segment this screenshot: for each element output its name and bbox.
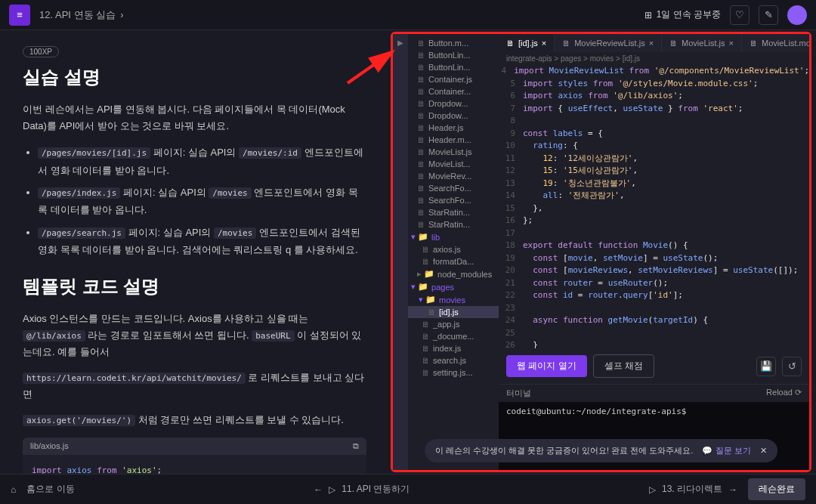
lesson-heading: 실습 설명 [23, 65, 366, 89]
close-icon[interactable]: × [729, 39, 734, 48]
prev-arrow-icon[interactable]: ← [314, 484, 323, 495]
grid-icon: ⊞ [644, 10, 652, 20]
play-icon: ▷ [329, 484, 335, 495]
file-item[interactable]: 🗎 StarRatin... [408, 218, 499, 230]
self-grade-button[interactable]: 셀프 채점 [593, 354, 654, 378]
logo[interactable]: ≡ [9, 5, 30, 26]
file-item[interactable]: 🗎 formatDa... [408, 255, 499, 267]
home-icon[interactable]: ⌂ [11, 484, 16, 495]
terminal-label: 터미널 [506, 388, 531, 399]
lesson-title: 12. API 연동 실습 [39, 8, 116, 22]
file-item[interactable]: 🗎 MovieList... [408, 158, 499, 170]
help-toast: 이 레슨의 수강생이 해결 못한 궁금증이 있어요! 완료 전에 도와주세요. … [425, 439, 778, 462]
prev-lesson[interactable]: 11. API 연동하기 [342, 483, 410, 496]
save-icon[interactable]: 💾 [756, 357, 776, 376]
file-item[interactable]: 🗎 Dropdow... [408, 110, 499, 122]
intro-paragraph: 이번 레슨에서는 API를 연동해 봅시다. 다음 페이지들에서 목 데이터(M… [23, 101, 366, 135]
file-item[interactable]: 🗎 [id].js [408, 306, 499, 318]
editor-breadcrumb: integrate-apis > pages > movies > [id].j… [499, 52, 809, 65]
folder-node-modules[interactable]: ▸ 📁 node_modules [408, 267, 499, 280]
bullet-item: /pages/movies/[id].js 페이지: 실습 API의 /movi… [38, 144, 366, 179]
editor-tab[interactable]: 🗎MovieReviewList.js× [555, 34, 662, 52]
file-item[interactable]: 🗎 MovieRev... [408, 170, 499, 182]
file-item[interactable]: 🗎 MovieList.js [408, 146, 499, 158]
xp-badge: 100XP [23, 46, 59, 57]
file-item[interactable]: 🗎 axios.js [408, 243, 499, 255]
toast-message: 이 레슨의 수강생이 해결 못한 궁금증이 있어요! 완료 전에 도와주세요. [435, 445, 694, 456]
terminal-prompt: codeit@ubuntu:~/node/integrate-apis$ [506, 407, 686, 416]
file-item[interactable]: 🗎 Button.m... [408, 37, 499, 49]
file-item[interactable]: 🗎 SearchFo... [408, 194, 499, 206]
file-item[interactable]: 🗎 Dropdow... [408, 97, 499, 110]
editor-tabs: 🗎[id].js×🗎MovieReviewList.js×🗎MovieList.… [499, 34, 809, 52]
study-streak: ⊞ 1일 연속 공부중 [644, 8, 721, 21]
chevron-right-icon: › [120, 9, 123, 20]
section-heading: 템플릿 코드 설명 [23, 274, 366, 298]
close-icon[interactable]: ✕ [760, 446, 767, 456]
code-editor[interactable]: 4import MovieReviewList from '@/componen… [499, 65, 809, 348]
play-icon: ▷ [649, 484, 656, 495]
next-lesson[interactable]: 13. 리다이렉트 [662, 483, 722, 496]
file-item[interactable]: 🗎 setting.js... [408, 366, 499, 379]
copy-icon[interactable]: ⧉ [353, 441, 359, 451]
folder-movies[interactable]: ▾ 📁 movies [408, 293, 499, 306]
file-item[interactable]: 🗎 _docume... [408, 330, 499, 342]
file-explorer[interactable]: 🗎 Button.m...🗎 ButtonLin...🗎 ButtonLin..… [408, 34, 499, 470]
file-item[interactable]: 🗎 Container... [408, 85, 499, 97]
code-sample: lib/axios.js ⧉ import axios from 'axios'… [23, 438, 366, 474]
editor-tab[interactable]: 🗎[id].js× [499, 34, 555, 52]
open-webpage-button[interactable]: 웹 페이지 열기 [506, 355, 587, 377]
editor-sidepanel[interactable]: ▶ [393, 34, 408, 470]
folder-lib[interactable]: ▾ 📁 lib [408, 230, 499, 243]
code-filename: lib/axios.js [30, 441, 69, 451]
edit-button[interactable]: ✎ [759, 5, 778, 25]
history-icon[interactable]: ↺ [782, 357, 802, 376]
home-link[interactable]: 홈으로 이동 [26, 483, 74, 496]
file-item[interactable]: 🗎 Header.js [408, 122, 499, 134]
lesson-complete-button[interactable]: 레슨완료 [748, 478, 805, 500]
file-item[interactable]: 🗎 index.js [408, 342, 499, 354]
file-item[interactable]: 🗎 ButtonLin... [408, 61, 499, 73]
editor-tab[interactable]: 🗎MovieList.js× [662, 34, 742, 52]
bookmark-button[interactable]: ♡ [730, 5, 750, 25]
close-icon[interactable]: × [649, 39, 654, 48]
lesson-content: 100XP 실습 설명 이번 레슨에서는 API를 연동해 봅시다. 다음 페이… [0, 30, 389, 474]
file-item[interactable]: 🗎 Container.js [408, 73, 499, 85]
file-item[interactable]: 🗎 ButtonLin... [408, 49, 499, 61]
file-item[interactable]: 🗎 _app.js [408, 318, 499, 330]
next-arrow-icon[interactable]: → [728, 484, 737, 495]
editor-tab[interactable]: 🗎MovieList.module.css× [742, 34, 809, 52]
file-item[interactable]: 🗎 search.js [408, 354, 499, 366]
bullet-item: /pages/search.js 페이지: 실습 API의 /movies 엔드… [38, 224, 366, 259]
reload-button[interactable]: Reload ⟳ [766, 388, 802, 399]
template-desc: Axios 인스턴스를 만드는 코드입니다. Axios를 사용하고 싶을 때는… [23, 311, 366, 360]
file-item[interactable]: 🗎 SearchFo... [408, 182, 499, 194]
file-item[interactable]: 🗎 StarRatin... [408, 206, 499, 218]
view-questions-link[interactable]: 💬 질문 보기 [702, 445, 751, 456]
folder-pages[interactable]: ▾ 📁 pages [408, 280, 499, 293]
close-icon[interactable]: × [542, 39, 546, 48]
bullet-item: /pages/index.js 페이지: 실습 API의 /movies 엔드포… [38, 184, 366, 219]
file-item[interactable]: 🗎 Header.m... [408, 134, 499, 146]
avatar[interactable] [787, 5, 807, 25]
